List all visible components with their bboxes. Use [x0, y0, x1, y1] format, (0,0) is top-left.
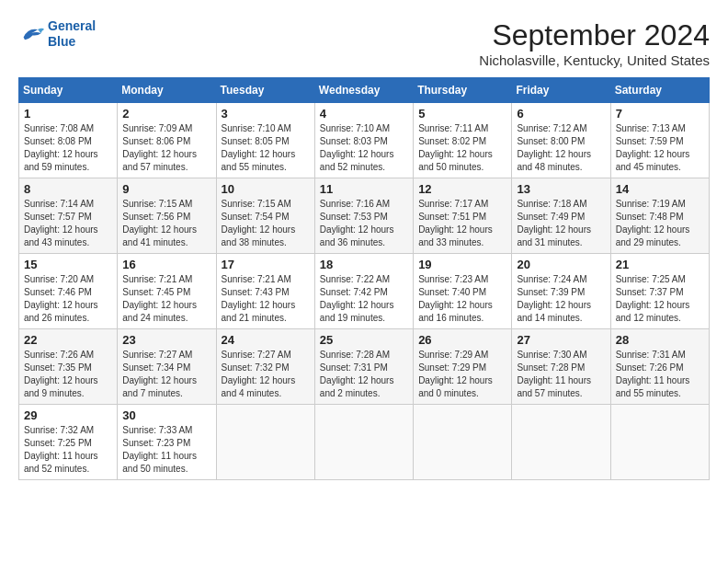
calendar-day-30: 30Sunrise: 7:33 AMSunset: 7:23 PMDayligh… [118, 405, 216, 480]
calendar-day-29: 29Sunrise: 7:32 AMSunset: 7:25 PMDayligh… [19, 405, 118, 480]
logo-bird-icon [18, 24, 44, 44]
header-saturday: Saturday [610, 78, 709, 103]
calendar-day-17: 17Sunrise: 7:21 AMSunset: 7:43 PMDayligh… [216, 254, 314, 329]
calendar-day-6: 6Sunrise: 7:12 AMSunset: 8:00 PMDaylight… [512, 103, 610, 178]
calendar-day-25: 25Sunrise: 7:28 AMSunset: 7:31 PMDayligh… [314, 329, 413, 405]
calendar-table: Sunday Monday Tuesday Wednesday Thursday… [18, 77, 710, 480]
calendar-day-26: 26Sunrise: 7:29 AMSunset: 7:29 PMDayligh… [414, 329, 512, 405]
calendar-day-empty-w4d4 [414, 405, 512, 480]
header-wednesday: Wednesday [314, 78, 413, 103]
calendar-day-2: 2Sunrise: 7:09 AMSunset: 8:06 PMDaylight… [118, 103, 216, 178]
month-year-title: September 2024 [479, 18, 710, 52]
calendar-day-11: 11Sunrise: 7:16 AMSunset: 7:53 PMDayligh… [314, 178, 413, 254]
calendar-day-28: 28Sunrise: 7:31 AMSunset: 7:26 PMDayligh… [610, 329, 709, 405]
calendar-day-15: 15Sunrise: 7:20 AMSunset: 7:46 PMDayligh… [19, 254, 118, 329]
calendar-day-10: 10Sunrise: 7:15 AMSunset: 7:54 PMDayligh… [216, 178, 314, 254]
calendar-day-5: 5Sunrise: 7:11 AMSunset: 8:02 PMDaylight… [414, 103, 512, 178]
calendar-week-1: 1Sunrise: 7:08 AMSunset: 8:08 PMDaylight… [19, 103, 710, 178]
location-subtitle: Nicholasville, Kentucky, United States [479, 52, 710, 68]
calendar-day-empty-w4d6 [610, 405, 709, 480]
calendar-day-16: 16Sunrise: 7:21 AMSunset: 7:45 PMDayligh… [118, 254, 216, 329]
calendar-day-8: 8Sunrise: 7:14 AMSunset: 7:57 PMDaylight… [19, 178, 118, 254]
title-section: September 2024 Nicholasville, Kentucky, … [479, 18, 710, 68]
calendar-day-13: 13Sunrise: 7:18 AMSunset: 7:49 PMDayligh… [512, 178, 610, 254]
calendar-header-row: Sunday Monday Tuesday Wednesday Thursday… [19, 78, 710, 103]
calendar-day-7: 7Sunrise: 7:13 AMSunset: 7:59 PMDaylight… [610, 103, 709, 178]
calendar-day-19: 19Sunrise: 7:23 AMSunset: 7:40 PMDayligh… [414, 254, 512, 329]
header-thursday: Thursday [414, 78, 512, 103]
logo: General Blue [18, 18, 96, 50]
header-monday: Monday [118, 78, 216, 103]
calendar-week-2: 8Sunrise: 7:14 AMSunset: 7:57 PMDaylight… [19, 178, 710, 254]
header-friday: Friday [512, 78, 610, 103]
calendar-day-12: 12Sunrise: 7:17 AMSunset: 7:51 PMDayligh… [414, 178, 512, 254]
calendar-day-22: 22Sunrise: 7:26 AMSunset: 7:35 PMDayligh… [19, 329, 118, 405]
header-sunday: Sunday [19, 78, 118, 103]
calendar-week-4: 22Sunrise: 7:26 AMSunset: 7:35 PMDayligh… [19, 329, 710, 405]
calendar-day-4: 4Sunrise: 7:10 AMSunset: 8:03 PMDaylight… [314, 103, 413, 178]
calendar-day-1: 1Sunrise: 7:08 AMSunset: 8:08 PMDaylight… [19, 103, 118, 178]
calendar-day-3: 3Sunrise: 7:10 AMSunset: 8:05 PMDaylight… [216, 103, 314, 178]
header-tuesday: Tuesday [216, 78, 314, 103]
calendar-day-empty-w4d3 [314, 405, 413, 480]
calendar-week-3: 15Sunrise: 7:20 AMSunset: 7:46 PMDayligh… [19, 254, 710, 329]
calendar-day-20: 20Sunrise: 7:24 AMSunset: 7:39 PMDayligh… [512, 254, 610, 329]
calendar-week-5: 29Sunrise: 7:32 AMSunset: 7:25 PMDayligh… [19, 405, 710, 480]
calendar-day-empty-w4d2 [216, 405, 314, 480]
calendar-day-24: 24Sunrise: 7:27 AMSunset: 7:32 PMDayligh… [216, 329, 314, 405]
calendar-day-23: 23Sunrise: 7:27 AMSunset: 7:34 PMDayligh… [118, 329, 216, 405]
calendar-day-21: 21Sunrise: 7:25 AMSunset: 7:37 PMDayligh… [610, 254, 709, 329]
calendar-day-empty-w4d5 [512, 405, 610, 480]
calendar-day-27: 27Sunrise: 7:30 AMSunset: 7:28 PMDayligh… [512, 329, 610, 405]
calendar-day-9: 9Sunrise: 7:15 AMSunset: 7:56 PMDaylight… [118, 178, 216, 254]
page-header: General Blue September 2024 Nicholasvill… [18, 18, 710, 68]
logo-text: General Blue [48, 18, 96, 50]
calendar-day-18: 18Sunrise: 7:22 AMSunset: 7:42 PMDayligh… [314, 254, 413, 329]
calendar-day-14: 14Sunrise: 7:19 AMSunset: 7:48 PMDayligh… [610, 178, 709, 254]
